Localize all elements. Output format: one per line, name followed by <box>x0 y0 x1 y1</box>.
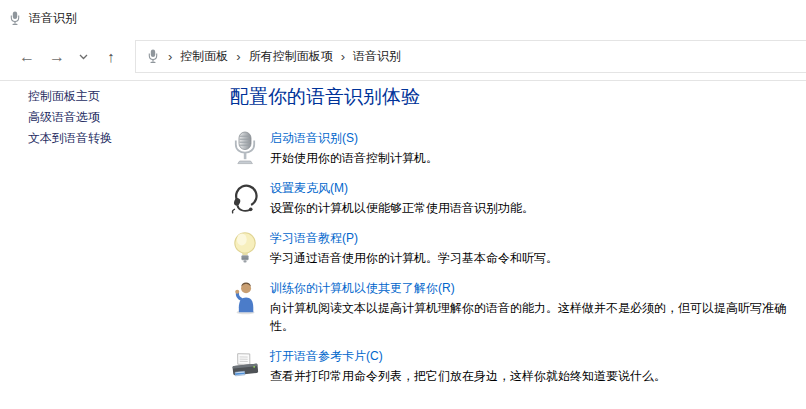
microphone-icon <box>230 131 260 165</box>
task-item: 训练你的计算机以使其更了解你(R) 向计算机阅读文本以提高计算机理解你的语音的能… <box>230 280 796 335</box>
recent-pages-chevron-icon[interactable] <box>72 43 94 71</box>
task-item: 启动语音识别(S) 开始使用你的语音控制计算机。 <box>230 130 796 167</box>
speech-recognition-icon <box>147 49 159 64</box>
up-button[interactable]: ↑ <box>96 43 126 71</box>
task-item: 打开语音参考卡片(C) 查看并打印常用命令列表，把它们放在身边，这样你就始终知道… <box>230 348 796 385</box>
task-link[interactable]: 打开语音参考卡片(C) <box>270 348 666 364</box>
task-list: 启动语音识别(S) 开始使用你的语音控制计算机。 设置麦克风(M) 设置你的计算… <box>230 130 796 385</box>
headset-icon <box>230 181 260 215</box>
breadcrumb-chevron[interactable]: › <box>231 49 245 64</box>
task-item: 学习语音教程(P) 学习通过语音使用你的计算机。学习基本命令和听写。 <box>230 230 796 267</box>
printer-icon <box>230 349 260 383</box>
task-link[interactable]: 设置麦克风(M) <box>270 180 534 196</box>
task-description: 开始使用你的语音控制计算机。 <box>270 149 438 167</box>
address-bar[interactable]: › 控制面板 › 所有控制面板项 › 语音识别 <box>135 40 806 73</box>
toolbar-divider <box>0 80 806 81</box>
main-content: 配置你的语音识别体验 启动语音识别(S) 开始使用你的语音控制计算机。 <box>230 84 796 398</box>
navigation-toolbar: ← → ↑ <box>12 40 126 73</box>
person-icon <box>230 281 260 315</box>
task-description: 设置你的计算机以便能够正常使用语音识别功能。 <box>270 199 534 217</box>
window-title: 语音识别 <box>29 10 77 27</box>
breadcrumb-speech-recognition[interactable]: 语音识别 <box>350 48 404 65</box>
forward-button[interactable]: → <box>42 43 72 71</box>
task-link[interactable]: 训练你的计算机以使其更了解你(R) <box>270 280 796 296</box>
task-description: 学习通过语音使用你的计算机。学习基本命令和听写。 <box>270 249 558 267</box>
task-description: 查看并打印常用命令列表，把它们放在身边，这样你就始终知道要说什么。 <box>270 367 666 385</box>
task-link[interactable]: 学习语音教程(P) <box>270 230 558 246</box>
speech-recognition-icon <box>9 11 21 26</box>
breadcrumb-chevron[interactable]: › <box>163 49 177 64</box>
task-item: 设置麦克风(M) 设置你的计算机以便能够正常使用语音识别功能。 <box>230 180 796 217</box>
lightbulb-icon <box>230 231 260 265</box>
back-button[interactable]: ← <box>12 43 42 71</box>
breadcrumb-all-items[interactable]: 所有控制面板项 <box>246 48 336 65</box>
task-description: 向计算机阅读文本以提高计算机理解你的语音的能力。这样做并不是必须的，但可以提高听… <box>270 299 796 335</box>
window-titlebar: 语音识别 <box>9 10 77 27</box>
sidebar-item[interactable]: 高级语音选项 <box>28 109 208 125</box>
sidebar-item[interactable]: 文本到语音转换 <box>28 130 208 146</box>
task-link[interactable]: 启动语音识别(S) <box>270 130 438 146</box>
sidebar-item[interactable]: 控制面板主页 <box>28 88 208 104</box>
page-title: 配置你的语音识别体验 <box>230 84 796 110</box>
breadcrumb-control-panel[interactable]: 控制面板 <box>177 48 231 65</box>
breadcrumb-chevron[interactable]: › <box>336 49 350 64</box>
sidebar: 控制面板主页 高级语音选项 文本到语音转换 <box>28 88 208 151</box>
